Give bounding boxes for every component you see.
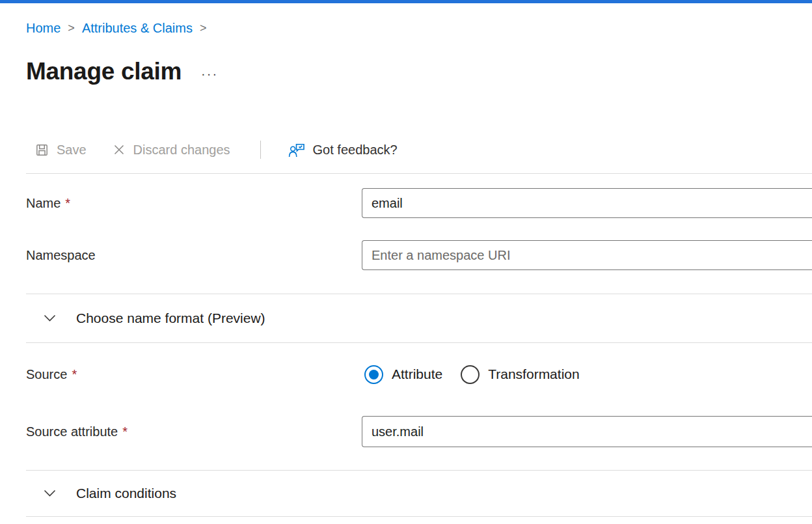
got-feedback-button[interactable]: Got feedback?	[288, 142, 398, 158]
chevron-down-icon	[44, 314, 56, 322]
chevron-down-icon	[44, 490, 56, 497]
breadcrumb-link-attributes-claims[interactable]: Attributes & Claims	[82, 18, 193, 38]
discard-changes-label: Discard changes	[133, 143, 230, 158]
breadcrumb-separator: >	[61, 18, 82, 38]
save-button[interactable]: Save	[35, 143, 87, 158]
name-label: Name*	[26, 196, 362, 211]
source-radio-group: Attribute Transformation	[364, 365, 580, 384]
breadcrumb: Home > Attributes & Claims >	[26, 18, 812, 38]
claim-conditions-section-label: Claim conditions	[76, 486, 176, 501]
required-asterisk: *	[72, 367, 77, 381]
radio-unselected-icon	[461, 365, 480, 384]
source-attribute-input[interactable]	[362, 416, 812, 447]
toolbar-separator	[260, 141, 261, 159]
top-accent-bar	[0, 0, 812, 3]
source-radio-transformation-label: Transformation	[488, 366, 579, 382]
source-attribute-field-row: Source attribute*	[26, 416, 812, 447]
breadcrumb-separator: >	[193, 18, 214, 38]
name-input[interactable]	[362, 188, 812, 218]
got-feedback-label: Got feedback?	[313, 143, 398, 158]
namespace-input[interactable]	[362, 240, 812, 270]
source-radio-attribute-label: Attribute	[392, 366, 442, 382]
required-asterisk: *	[122, 424, 128, 439]
namespace-field-row: Namespace	[26, 240, 812, 270]
name-field-row: Name*	[26, 188, 812, 218]
toolbar-divider	[26, 173, 812, 174]
required-asterisk: *	[65, 196, 70, 210]
save-label: Save	[57, 143, 87, 158]
source-radio-attribute[interactable]: Attribute	[364, 365, 442, 384]
choose-name-format-section-toggle[interactable]: Choose name format (Preview)	[26, 294, 812, 342]
discard-changes-button[interactable]: Discard changes	[113, 143, 230, 158]
command-bar: Save Discard changes Got feedback?	[26, 137, 812, 163]
source-label: Source*	[26, 367, 362, 382]
namespace-label: Namespace	[26, 248, 362, 263]
section-divider	[26, 516, 812, 517]
more-options-icon[interactable]: ···	[201, 67, 218, 80]
claim-conditions-section-toggle[interactable]: Claim conditions	[26, 471, 812, 516]
dismiss-x-icon	[113, 143, 126, 156]
source-attribute-label: Source attribute*	[26, 424, 362, 439]
feedback-person-icon	[288, 142, 305, 158]
page-title: Manage claim	[26, 58, 182, 85]
source-field-row: Source* Attribute Transformation	[26, 363, 812, 386]
radio-selected-icon	[364, 365, 383, 384]
save-icon	[35, 143, 49, 157]
source-radio-transformation[interactable]: Transformation	[461, 365, 579, 384]
choose-name-format-section-label: Choose name format (Preview)	[76, 310, 265, 326]
section-divider	[26, 342, 812, 343]
breadcrumb-link-home[interactable]: Home	[26, 18, 61, 38]
